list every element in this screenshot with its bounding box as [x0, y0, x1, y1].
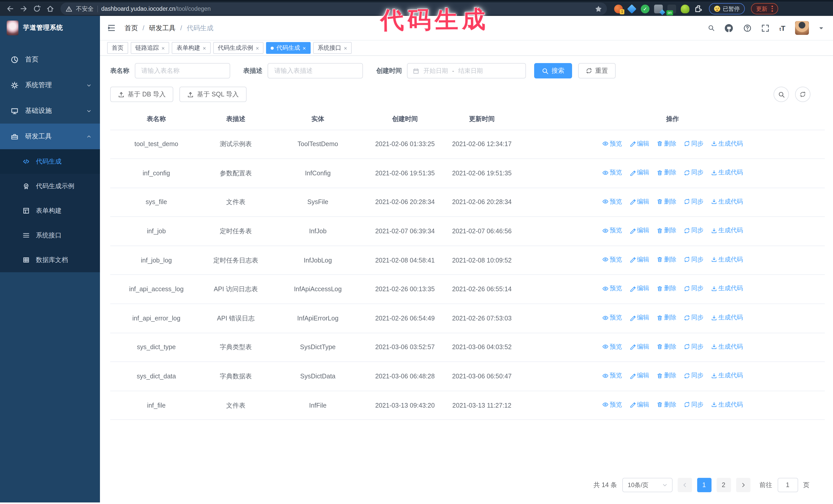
close-icon[interactable]: × — [303, 45, 306, 51]
sync-link[interactable]: 同步 — [684, 400, 704, 410]
preview-link[interactable]: 预览 — [602, 400, 622, 410]
sync-link[interactable]: 同步 — [684, 197, 704, 207]
sidebar-subitem-0[interactable]: 代码生成 — [0, 149, 100, 174]
preview-link[interactable]: 预览 — [602, 284, 622, 293]
sidebar-item-0[interactable]: 首页 — [0, 47, 100, 72]
generate-code-link[interactable]: 生成代码 — [711, 400, 743, 410]
delete-link[interactable]: 删除 — [657, 371, 676, 381]
delete-link[interactable]: 删除 — [657, 197, 676, 207]
generate-code-link[interactable]: 生成代码 — [711, 313, 743, 322]
table-name-input[interactable] — [135, 63, 230, 78]
edit-link[interactable]: 编辑 — [629, 197, 649, 207]
tab-0[interactable]: 首页 — [107, 42, 128, 54]
edit-link[interactable]: 编辑 — [629, 139, 649, 148]
font-size-icon[interactable]: tT — [780, 24, 785, 32]
collapse-sidebar-icon[interactable] — [107, 24, 116, 32]
edit-link[interactable]: 编辑 — [629, 371, 649, 381]
preview-link[interactable]: 预览 — [602, 342, 622, 352]
sync-link[interactable]: 同步 — [684, 342, 704, 352]
delete-link[interactable]: 删除 — [657, 313, 676, 322]
breadcrumb-devtools[interactable]: 研发工具 — [149, 23, 175, 32]
chevron-down-icon[interactable] — [819, 25, 824, 30]
check-extension-icon[interactable]: ✓ — [641, 4, 649, 13]
delete-link[interactable]: 删除 — [657, 255, 676, 265]
edit-link[interactable]: 编辑 — [629, 255, 649, 265]
next-page-button[interactable] — [736, 478, 750, 492]
puzzle-extensions-icon[interactable] — [694, 4, 703, 13]
app-logo[interactable]: 芋道管理系统 — [0, 16, 100, 40]
browser-update-button[interactable]: 更新 — [751, 3, 778, 14]
sidebar-subitem-3[interactable]: 系统接口 — [0, 223, 100, 248]
generate-code-link[interactable]: 生成代码 — [711, 226, 743, 236]
preview-link[interactable]: 预览 — [602, 226, 622, 236]
close-icon[interactable]: × — [344, 45, 347, 51]
browser-back-button[interactable] — [4, 3, 17, 15]
date-range-picker[interactable]: 开始日期 - 结束日期 — [407, 63, 526, 78]
generate-code-link[interactable]: 生成代码 — [711, 342, 743, 352]
delete-link[interactable]: 删除 — [657, 226, 676, 236]
grid-extension-icon[interactable] — [654, 4, 663, 13]
tab-2[interactable]: 表单构建 × — [172, 42, 211, 54]
edit-link[interactable]: 编辑 — [629, 342, 649, 352]
page-button-2[interactable]: 2 — [716, 478, 731, 492]
sync-link[interactable]: 同步 — [684, 168, 704, 177]
colorzilla-extension-icon[interactable]: 1 — [614, 4, 623, 13]
delete-link[interactable]: 删除 — [657, 284, 676, 293]
sync-link[interactable]: 同步 — [684, 226, 704, 236]
goto-page-input[interactable] — [777, 478, 798, 492]
help-icon[interactable] — [743, 24, 752, 32]
generate-code-link[interactable]: 生成代码 — [711, 197, 743, 207]
browser-home-button[interactable] — [44, 3, 56, 15]
delete-link[interactable]: 删除 — [657, 139, 676, 148]
table-desc-input[interactable] — [268, 63, 363, 78]
sidebar-item-1[interactable]: 系统管理 — [0, 72, 100, 98]
sync-link[interactable]: 同步 — [684, 139, 704, 148]
edit-link[interactable]: 编辑 — [629, 284, 649, 293]
delete-link[interactable]: 删除 — [657, 168, 676, 177]
switch-extension-icon[interactable]: on — [667, 4, 676, 13]
security-label[interactable]: 不安全 — [76, 5, 94, 13]
tab-4[interactable]: 代码生成 × — [266, 42, 311, 54]
gem-extension-icon[interactable] — [627, 4, 636, 13]
preview-link[interactable]: 预览 — [602, 168, 622, 177]
db-import-button[interactable]: 基于 DB 导入 — [110, 87, 173, 102]
delete-link[interactable]: 删除 — [657, 400, 676, 410]
preview-link[interactable]: 预览 — [602, 139, 622, 148]
preview-link[interactable]: 预览 — [602, 313, 622, 322]
url-text[interactable]: dashboard.yudao.iocoder.cn/tool/codegen — [101, 6, 211, 12]
tab-5[interactable]: 系统接口 × — [313, 42, 352, 54]
generate-code-link[interactable]: 生成代码 — [711, 371, 743, 381]
sync-link[interactable]: 同步 — [684, 313, 704, 322]
close-icon[interactable]: × — [256, 45, 259, 51]
edit-link[interactable]: 编辑 — [629, 400, 649, 410]
sidebar-subitem-4[interactable]: 数据库文档 — [0, 248, 100, 272]
breadcrumb-home[interactable]: 首页 — [124, 23, 138, 32]
profile-paused-chip[interactable]: 已暂停 — [709, 3, 745, 14]
preview-link[interactable]: 预览 — [602, 197, 622, 207]
page-button-1[interactable]: 1 — [697, 478, 711, 492]
tab-1[interactable]: 链路追踪 × — [131, 42, 169, 54]
preview-link[interactable]: 预览 — [602, 255, 622, 265]
generate-code-link[interactable]: 生成代码 — [711, 284, 743, 293]
edit-link[interactable]: 编辑 — [629, 226, 649, 236]
search-icon[interactable] — [708, 25, 715, 31]
sidebar-item-3[interactable]: 研发工具 — [0, 124, 100, 149]
browser-reload-button[interactable] — [31, 3, 43, 15]
browser-menu-icon[interactable] — [771, 6, 773, 12]
tab-3[interactable]: 代码生成示例 × — [213, 42, 264, 54]
sync-link[interactable]: 同步 — [684, 255, 704, 265]
address-bar[interactable]: 不安全 dashboard.yudao.iocoder.cn/tool/code… — [61, 3, 607, 15]
close-icon[interactable]: × — [162, 45, 165, 51]
generate-code-link[interactable]: 生成代码 — [711, 168, 743, 177]
toggle-search-button[interactable] — [774, 87, 789, 102]
search-button[interactable]: 搜索 — [534, 63, 572, 78]
avatar[interactable] — [795, 21, 809, 35]
edit-link[interactable]: 编辑 — [629, 313, 649, 322]
fullscreen-icon[interactable] — [761, 24, 770, 32]
sidebar-subitem-2[interactable]: 表单构建 — [0, 198, 100, 223]
sync-link[interactable]: 同步 — [684, 371, 704, 381]
edit-link[interactable]: 编辑 — [629, 168, 649, 177]
green-extension-icon[interactable] — [681, 4, 689, 13]
sql-import-button[interactable]: 基于 SQL 导入 — [180, 87, 246, 102]
sync-link[interactable]: 同步 — [684, 284, 704, 293]
